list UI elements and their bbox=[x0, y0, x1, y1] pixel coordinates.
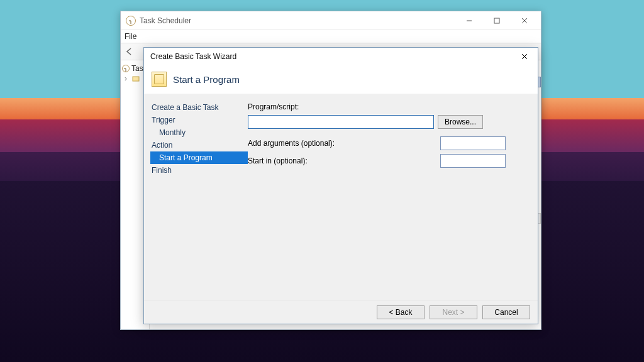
maximize-icon bbox=[494, 18, 500, 24]
wizard-body: Create a Basic Task Trigger Monthly Acti… bbox=[144, 93, 538, 300]
wizard-heading: Start a Program bbox=[173, 74, 240, 85]
nav-back-button[interactable] bbox=[121, 44, 138, 59]
arrow-left-icon bbox=[125, 47, 134, 56]
menu-file[interactable]: File bbox=[125, 32, 136, 41]
step-action-start-program[interactable]: Start a Program bbox=[150, 151, 248, 164]
step-finish[interactable]: Finish bbox=[150, 164, 245, 177]
desktop-wallpaper: Task Scheduler File bbox=[0, 0, 644, 362]
folder-icon bbox=[132, 75, 140, 82]
clock-icon bbox=[126, 16, 136, 26]
clock-icon bbox=[122, 65, 130, 72]
wizard-header-icon bbox=[152, 72, 167, 87]
step-action[interactable]: Action bbox=[150, 139, 245, 151]
program-script-input[interactable] bbox=[248, 115, 434, 129]
wizard-close-button[interactable] bbox=[511, 48, 538, 65]
start-in-label: Start in (optional): bbox=[248, 156, 308, 165]
wizard-footer: < Back Next > Cancel bbox=[144, 300, 538, 324]
wizard-sidebar: Create a Basic Task Trigger Monthly Acti… bbox=[144, 94, 248, 300]
add-arguments-input[interactable] bbox=[440, 136, 506, 150]
program-script-label: Program/script: bbox=[248, 102, 530, 111]
wizard-content: Program/script: Browse... Add arguments … bbox=[248, 94, 538, 300]
minimize-icon bbox=[466, 18, 472, 24]
cancel-button[interactable]: Cancel bbox=[482, 305, 530, 319]
wizard-titlebar[interactable]: Create Basic Task Wizard bbox=[144, 48, 538, 65]
minimize-button[interactable] bbox=[455, 12, 483, 30]
next-button[interactable]: Next > bbox=[430, 305, 477, 319]
task-scheduler-title: Task Scheduler bbox=[140, 16, 191, 25]
program-script-row: Browse... bbox=[248, 115, 530, 129]
create-basic-task-wizard: Create Basic Task Wizard Start a Program… bbox=[143, 47, 538, 324]
close-icon bbox=[521, 53, 528, 60]
wizard-header: Start a Program bbox=[144, 65, 538, 93]
back-button[interactable]: < Back bbox=[377, 305, 425, 319]
chevron-right-icon: › bbox=[125, 74, 130, 83]
browse-button[interactable]: Browse... bbox=[438, 115, 483, 129]
step-create-basic-task[interactable]: Create a Basic Task bbox=[150, 101, 245, 114]
start-in-input[interactable] bbox=[440, 154, 506, 168]
step-trigger[interactable]: Trigger bbox=[150, 114, 245, 126]
svg-rect-4 bbox=[133, 77, 139, 81]
task-scheduler-titlebar[interactable]: Task Scheduler bbox=[121, 11, 541, 30]
menubar: File bbox=[121, 30, 541, 43]
add-arguments-label: Add arguments (optional): bbox=[248, 139, 335, 148]
wizard-title: Create Basic Task Wizard bbox=[150, 52, 236, 61]
step-trigger-monthly[interactable]: Monthly bbox=[150, 126, 245, 139]
maximize-button[interactable] bbox=[483, 12, 511, 30]
window-controls bbox=[455, 12, 538, 30]
close-icon bbox=[521, 18, 528, 24]
svg-rect-1 bbox=[494, 18, 499, 23]
close-button[interactable] bbox=[511, 12, 538, 30]
